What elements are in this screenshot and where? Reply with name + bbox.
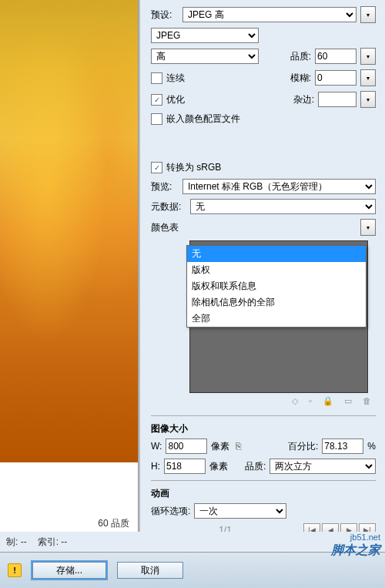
status-index: 索引: -- [38,536,68,549]
height-unit: 像素 [209,460,228,473]
matte-label: 杂边: [293,93,314,106]
metadata-select[interactable]: 无 [190,199,376,214]
optimized-label: 优化 [166,93,185,106]
width-unit: 像素 [211,440,229,453]
matte-swatch[interactable] [318,92,357,107]
convert-srgb-label: 转换为 sRGB [166,161,221,174]
embed-profile-checkbox[interactable] [151,113,162,125]
metadata-dropdown-list: 无 版权 版权和联系信息 除相机信息外的全部 全部 [186,245,367,328]
warning-icon: ! [8,563,22,577]
palette-delete-icon[interactable]: 🗑 [363,396,371,406]
color-table-label: 颜色表 [151,221,179,234]
progressive-label: 连续 [166,72,185,85]
percent-input[interactable] [322,438,363,454]
loop-label: 循环选项: [151,505,190,518]
metadata-option-none[interactable]: 无 [187,246,366,262]
image-size-title: 图像大小 [151,422,376,435]
animation-title: 动画 [151,487,376,500]
color-table-menu[interactable]: ▾ [360,219,376,236]
status-copy: 制: -- [6,536,27,549]
quality-input[interactable] [315,49,357,64]
blur-stepper[interactable]: ▾ [360,69,376,86]
preview-quality-info: 60 品质 [95,516,132,531]
cancel-button[interactable]: 取消 [117,562,183,579]
palette-lock-icon[interactable]: 🔒 [323,396,333,406]
width-input[interactable] [166,438,207,454]
height-input[interactable] [164,459,206,474]
blur-label: 模糊: [290,72,311,85]
link-dimensions-icon[interactable]: ⎘ [233,441,243,452]
palette-new-icon[interactable]: ▭ [344,396,352,406]
percent-unit: % [367,441,376,452]
metadata-option-copyright-contact[interactable]: 版权和联系信息 [187,278,366,294]
watermark: jb51.net 脚本之家 [331,533,380,557]
preset-menu-button[interactable]: ▾ [360,6,376,23]
matte-menu[interactable]: ▾ [360,91,376,108]
optimized-checkbox[interactable]: ✓ [151,94,162,106]
metadata-option-copyright[interactable]: 版权 [187,262,366,278]
resample-select[interactable]: 两次立方 [270,459,376,474]
quality-label: 品质: [290,50,311,63]
blur-input[interactable] [315,70,357,86]
palette-tool-2-icon[interactable]: ▫ [309,396,312,406]
metadata-label: 元数据: [151,200,186,213]
preset-select[interactable]: JPEG 高 [182,7,357,22]
palette-tool-1-icon[interactable]: ◇ [292,396,298,406]
loop-select[interactable]: 一次 [194,503,286,519]
metadata-option-all[interactable]: 全部 [187,311,366,327]
width-label: W: [151,441,162,452]
resample-label: 品质: [245,460,266,473]
quality-preset-select[interactable]: 高 [151,49,259,64]
percent-label: 百分比: [288,440,318,453]
progressive-checkbox[interactable] [151,72,162,84]
preview-select[interactable]: Internet 标准 RGB（无色彩管理） [182,179,376,194]
quality-stepper[interactable]: ▾ [360,48,376,65]
embed-profile-label: 嵌入颜色配置文件 [166,113,240,126]
metadata-option-all-except-camera[interactable]: 除相机信息外的全部 [187,294,366,311]
format-select[interactable]: JPEG [151,28,259,43]
preview-label: 预览: [151,180,179,193]
height-label: H: [151,461,160,472]
preset-label: 预设: [151,8,179,22]
save-button[interactable]: 存储... [32,562,106,579]
preview-image [0,0,139,462]
convert-srgb-checkbox[interactable]: ✓ [151,162,162,173]
